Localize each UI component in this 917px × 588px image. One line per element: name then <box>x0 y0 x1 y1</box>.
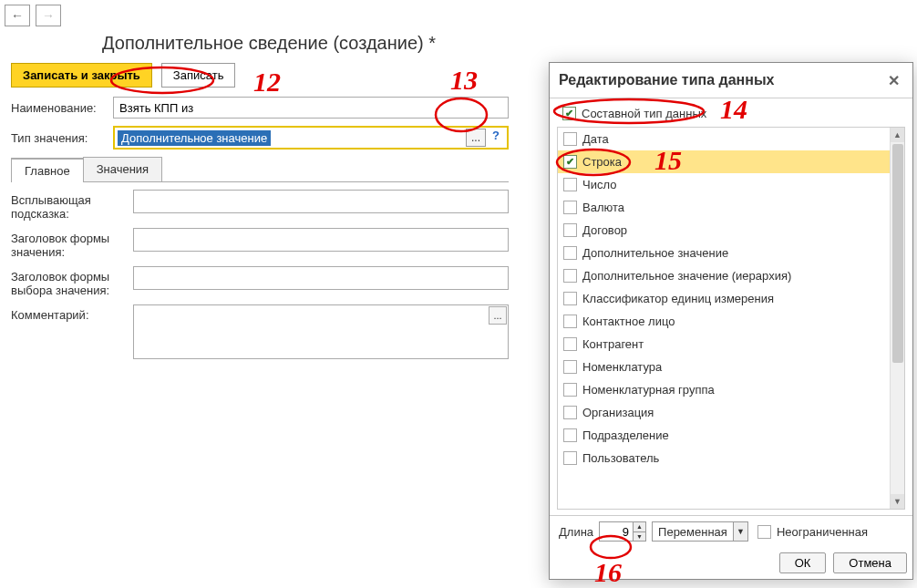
nav-forward-button[interactable]: → <box>36 5 61 26</box>
spinner-down[interactable]: ▼ <box>633 532 645 542</box>
type-option[interactable]: Подразделение <box>558 424 904 447</box>
composite-checkbox[interactable]: ✔ <box>562 107 576 120</box>
tab-values[interactable]: Значения <box>83 157 162 181</box>
type-checkbox[interactable] <box>563 451 577 465</box>
type-label: Организация <box>582 406 654 419</box>
composite-label: Составной тип данных <box>582 107 706 120</box>
type-checkbox[interactable] <box>563 383 577 397</box>
chevron-down-icon[interactable]: ▼ <box>733 522 747 541</box>
type-option[interactable]: Номенклатурная группа <box>558 378 904 401</box>
type-label: Тип значения: <box>11 131 109 145</box>
type-checkbox[interactable]: ✔ <box>563 155 577 169</box>
tab-main[interactable]: Главное <box>11 158 84 182</box>
ok-button[interactable]: ОК <box>779 552 827 573</box>
type-option[interactable]: Номенклатура <box>558 356 904 378</box>
type-editor-popup: Редактирование типа данных ✕ ✔ Составной… <box>549 62 913 580</box>
type-checkbox[interactable] <box>563 269 577 283</box>
type-label: Пользователь <box>582 451 659 465</box>
type-label: Дополнительное значение <box>582 246 728 260</box>
close-icon[interactable]: ✕ <box>883 70 903 90</box>
type-option[interactable]: Классификатор единиц измерения <box>558 287 904 310</box>
form-title-input[interactable] <box>133 228 509 252</box>
unlimited-label: Неограниченная <box>777 525 868 539</box>
comment-textarea[interactable] <box>133 304 509 359</box>
length-type-dropdown[interactable]: Переменная ▼ <box>652 521 748 542</box>
type-checkbox[interactable] <box>563 360 577 374</box>
unlimited-checkbox[interactable] <box>757 525 771 539</box>
choice-title-label: Заголовок формы выбора значения: <box>11 266 129 297</box>
type-label: Номенклатура <box>582 360 662 374</box>
length-spinner[interactable]: ▲ ▼ <box>599 521 646 542</box>
type-label: Подразделение <box>582 428 669 442</box>
type-input[interactable]: Дополнительное значение ... ? <box>113 126 509 150</box>
type-option[interactable]: Дополнительное значение <box>558 242 904 264</box>
type-option[interactable]: Число <box>558 173 904 196</box>
type-checkbox[interactable] <box>563 292 577 305</box>
tooltip-label: Всплывающая подсказка: <box>11 190 129 221</box>
type-label: Валюта <box>582 201 624 214</box>
type-value-selected: Дополнительное значение <box>118 130 271 146</box>
nav-back-button[interactable]: ← <box>5 5 30 26</box>
form-title-label: Заголовок формы значения: <box>11 228 129 259</box>
type-option[interactable]: Дополнительное значение (иерархия) <box>558 264 904 287</box>
comment-expand-button[interactable]: ... <box>489 306 507 325</box>
type-option[interactable]: Дата <box>558 128 904 150</box>
type-option[interactable]: Организация <box>558 401 904 424</box>
cancel-button[interactable]: Отмена <box>833 552 907 573</box>
type-label: Дата <box>582 132 609 146</box>
length-type-value: Переменная <box>653 525 733 539</box>
type-label: Номенклатурная группа <box>582 383 715 397</box>
type-label: Строка <box>582 155 622 169</box>
type-checkbox[interactable] <box>563 201 577 214</box>
type-checkbox[interactable] <box>563 246 577 260</box>
type-label: Число <box>582 178 616 191</box>
type-checkbox[interactable] <box>563 132 577 146</box>
scrollbar-thumb[interactable] <box>892 144 903 363</box>
type-checkbox[interactable] <box>563 406 577 419</box>
type-checkbox[interactable] <box>563 178 577 191</box>
type-option[interactable]: Контактное лицо <box>558 310 904 333</box>
name-input[interactable] <box>113 97 509 119</box>
type-option[interactable]: Договор <box>558 219 904 242</box>
type-label: Договор <box>582 223 627 237</box>
type-label: Контактное лицо <box>582 315 675 328</box>
save-button[interactable]: Записать <box>161 63 236 88</box>
type-option[interactable]: Валюта <box>558 196 904 219</box>
name-label: Наименование: <box>11 101 109 115</box>
type-option[interactable]: ✔Строка <box>558 150 904 173</box>
type-label: Дополнительное значение (иерархия) <box>582 269 791 283</box>
type-picker-button[interactable]: ... <box>466 129 486 147</box>
type-checkbox[interactable] <box>563 223 577 237</box>
choice-title-input[interactable] <box>133 266 509 290</box>
type-list: Дата✔СтрокаЧислоВалютаДоговорДополнитель… <box>557 127 905 510</box>
length-label: Длина <box>559 525 593 539</box>
type-label: Классификатор единиц измерения <box>582 292 774 305</box>
tooltip-input[interactable] <box>133 190 509 213</box>
type-label: Контрагент <box>582 337 644 351</box>
popup-title: Редактирование типа данных <box>559 72 774 88</box>
spinner-up[interactable]: ▲ <box>633 522 645 532</box>
type-option[interactable]: Контрагент <box>558 333 904 356</box>
scrollbar[interactable]: ▲ ▼ <box>890 128 904 509</box>
type-checkbox[interactable] <box>563 337 577 351</box>
type-checkbox[interactable] <box>563 315 577 328</box>
length-input[interactable] <box>600 522 633 541</box>
comment-label: Комментарий: <box>11 304 129 322</box>
type-help-button[interactable]: ? <box>488 129 504 147</box>
save-close-button[interactable]: Записать и закрыть <box>11 63 152 88</box>
page-title: Дополнительное сведение (создание) * <box>0 29 917 59</box>
type-checkbox[interactable] <box>563 428 577 442</box>
type-option[interactable]: Пользователь <box>558 447 904 469</box>
